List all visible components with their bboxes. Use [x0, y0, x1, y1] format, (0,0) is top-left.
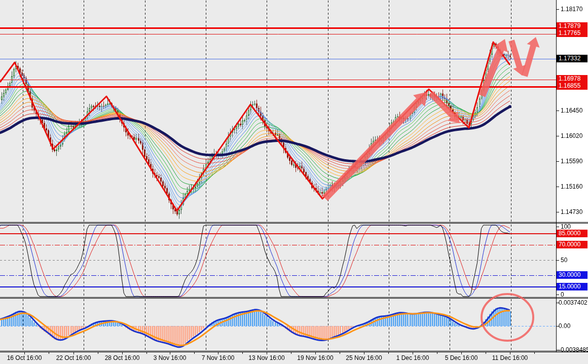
trading-chart-window: 1.181701.164501.160201.155901.151601.147…	[0, 0, 588, 364]
chart-canvas[interactable]	[0, 0, 588, 364]
